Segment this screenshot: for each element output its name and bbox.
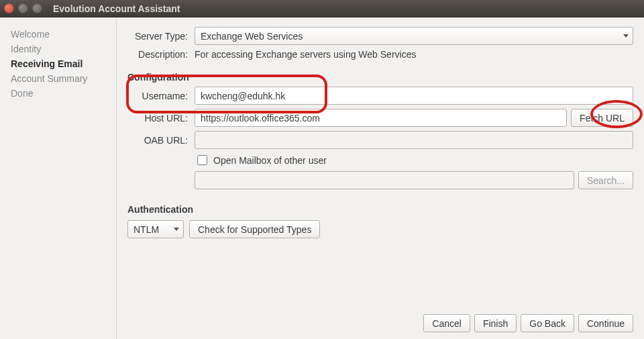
sidebar-item-label: Account Summary [11, 73, 87, 84]
window-title: Evolution Account Assistant [53, 3, 180, 14]
sidebar-item-identity[interactable]: Identity [0, 42, 116, 56]
server-type-value: Exchange Web Services [201, 31, 303, 42]
host-url-label: Host URL: [127, 113, 188, 124]
close-icon[interactable] [4, 3, 14, 13]
continue-button[interactable]: Continue [578, 314, 633, 332]
server-type-select[interactable]: Exchange Web Services [195, 27, 633, 45]
oab-url-label: OAB URL: [127, 135, 188, 146]
main-panel: Server Type: Exchange Web Services Descr… [117, 17, 644, 339]
chevron-down-icon [174, 228, 179, 231]
check-supported-types-button[interactable]: Check for Supported Types [189, 220, 320, 238]
search-button: Search... [578, 171, 633, 189]
sidebar-item-welcome[interactable]: Welcome [0, 27, 116, 42]
sidebar-item-label: Receiving Email [11, 58, 83, 69]
authentication-title: Authentication [127, 204, 633, 215]
auth-method-value: NTLM [133, 224, 159, 235]
finish-button[interactable]: Finish [474, 314, 517, 332]
maximize-icon[interactable] [32, 3, 42, 13]
minimize-icon[interactable] [18, 3, 28, 13]
sidebar-item-label: Done [11, 88, 33, 99]
other-mailbox-input [195, 171, 574, 189]
sidebar-item-label: Welcome [11, 29, 50, 40]
open-mailbox-checkbox[interactable]: Open Mailbox of other user [195, 153, 327, 167]
chevron-down-icon [623, 34, 629, 38]
go-back-button[interactable]: Go Back [521, 314, 574, 332]
configuration-title: Configuration [127, 72, 633, 83]
wizard-sidebar: Welcome Identity Receiving Email Account… [0, 17, 117, 339]
footer-buttons: Cancel Finish Go Back Continue [127, 307, 633, 332]
host-url-input[interactable] [195, 109, 567, 127]
oab-url-input[interactable] [195, 131, 633, 149]
sidebar-item-receiving-email[interactable]: Receiving Email [0, 56, 116, 71]
sidebar-item-label: Identity [11, 44, 41, 54]
server-type-label: Server Type: [127, 31, 188, 42]
auth-method-select[interactable]: NTLM [127, 220, 184, 238]
sidebar-item-done[interactable]: Done [0, 86, 116, 101]
titlebar: Evolution Account Assistant [0, 0, 644, 17]
username-label: Username: [127, 91, 188, 101]
description-label: Description: [127, 49, 188, 60]
username-input[interactable] [195, 87, 633, 105]
fetch-url-button[interactable]: Fetch URL [571, 109, 633, 127]
open-mailbox-label: Open Mailbox of other user [213, 155, 327, 166]
sidebar-item-account-summary[interactable]: Account Summary [0, 71, 116, 86]
description-text: For accessing Exchange servers using Web… [195, 49, 416, 60]
open-mailbox-check-input[interactable] [197, 155, 207, 165]
cancel-button[interactable]: Cancel [423, 314, 470, 332]
